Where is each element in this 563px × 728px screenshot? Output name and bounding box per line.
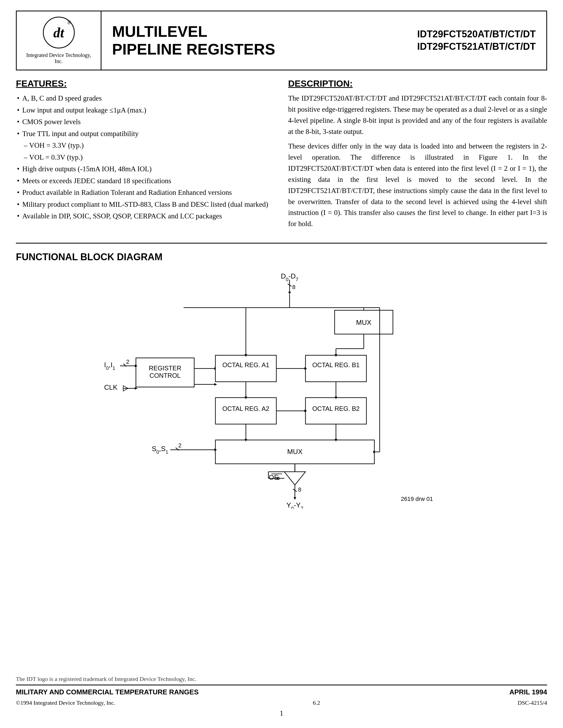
list-item: Military product compliant to MIL-STD-88…	[16, 199, 275, 210]
i-bus-label: 2	[126, 358, 129, 365]
footer-temp-range: MILITARY AND COMMERCIAL TEMPERATURE RANG…	[16, 688, 198, 696]
features-list: A, B, C and D speed grades Low input and…	[16, 93, 275, 222]
block-diagram-svg: D0-D7 8 MUX REGISTER CONTROL	[83, 271, 480, 509]
svg-marker-42	[284, 472, 306, 485]
i-input-label: I0,I1	[104, 361, 115, 371]
description-title: DESCRIPTION:	[288, 78, 547, 89]
mux-top-label: MUX	[356, 318, 372, 326]
footer-bottom: ©1994 Integrated Device Technology, Inc.…	[16, 699, 547, 706]
footer-page-center: 6.2	[313, 699, 320, 706]
footer-dsc: DSC-4215/4	[518, 699, 547, 706]
footer-bar: MILITARY AND COMMERCIAL TEMPERATURE RANG…	[16, 685, 547, 698]
list-item: Product available in Radiation Tolerant …	[16, 187, 275, 198]
diagram-container: D0-D7 8 MUX REGISTER CONTROL	[16, 271, 547, 509]
list-item: True TTL input and output compatibility	[16, 128, 275, 139]
header-part-numbers: IDT29FCT520AT/BT/CT/DT IDT29FCT521AT/BT/…	[407, 11, 546, 70]
list-item: A, B, C and D speed grades	[16, 93, 275, 104]
description-para-1: The IDT29FCT520AT/BT/CT/DT and IDT29FCT5…	[288, 93, 547, 137]
reg-b2-label: OCTAL REG. B2	[312, 405, 360, 412]
reg-a1-box	[215, 355, 276, 382]
features-column: FEATURES: A, B, C and D speed grades Low…	[16, 78, 275, 230]
header: ® dt Integrated Device Technology, Inc. …	[16, 11, 547, 70]
product-title: MULTILEVEL PIPELINE REGISTERS	[112, 23, 396, 58]
list-item: High drive outputs (-15mA IOH, 48mA IOL)	[16, 164, 275, 174]
svg-marker-10	[135, 387, 137, 390]
features-title: FEATURES:	[16, 78, 275, 89]
description-column: DESCRIPTION: The IDT29FCT520AT/BT/CT/DT …	[288, 78, 547, 230]
part-number-1: IDT29FCT520AT/BT/CT/DT	[417, 28, 536, 41]
reg-b1-label: OCTAL REG. B1	[312, 361, 360, 369]
footer-trademark: The IDT logo is a registered trademark o…	[16, 676, 547, 682]
svg-marker-15	[214, 383, 217, 386]
block-diagram-title: FUNCTIONAL BLOCK DIAGRAM	[16, 251, 547, 263]
y-output-label: Y0-Y7	[287, 501, 303, 509]
bus-width-8-bottom: 8	[298, 486, 301, 493]
list-item: Available in DIP, SOIC, SSOP, QSOP, CERP…	[16, 211, 275, 222]
mux-bottom-label: MUX	[287, 448, 303, 456]
registered-mark: ®	[67, 20, 71, 26]
svg-marker-2	[288, 292, 291, 294]
footer-date: APRIL 1994	[509, 688, 547, 696]
drawing-ref: 2619 drw 01	[401, 496, 433, 502]
logo-company-text: Integrated Device Technology, Inc.	[22, 52, 95, 64]
section-divider	[16, 243, 547, 244]
logo-dt-text: dt	[53, 25, 64, 41]
list-item: Meets or exceeds JEDEC standard 18 speci…	[16, 176, 275, 186]
list-sub-item: VOH = 3.3V (typ.)	[16, 140, 275, 151]
svg-marker-52	[294, 497, 296, 500]
footer-copyright: ©1994 Integrated Device Technology, Inc.	[16, 699, 115, 706]
s-input-label: S0,S1	[152, 445, 168, 455]
part-number-2: IDT29FCT521AT/BT/CT/DT	[417, 41, 536, 53]
clk-label: CLK	[104, 383, 118, 391]
register-control-label1: REGISTER	[149, 365, 181, 372]
description-text: The IDT29FCT520AT/BT/CT/DT and IDT29FCT5…	[288, 93, 547, 230]
oe-label: OE	[268, 473, 279, 481]
list-sub-item: VOL = 0.3V (typ.)	[16, 152, 275, 163]
description-para-2: These devices differ only in the way dat…	[288, 141, 547, 230]
logo-section: ® dt Integrated Device Technology, Inc.	[17, 11, 101, 70]
block-diagram-section: FUNCTIONAL BLOCK DIAGRAM D0-D7 8 MUX	[16, 251, 547, 665]
reg-a1-label1: OCTAL REG. A1	[222, 361, 269, 369]
reg-b1-box	[306, 355, 367, 382]
features-description-row: FEATURES: A, B, C and D speed grades Low…	[16, 78, 547, 230]
page-number: 1	[16, 709, 547, 717]
bus-width-8-top: 8	[292, 284, 296, 290]
list-item: CMOS power levels	[16, 116, 275, 127]
page: ® dt Integrated Device Technology, Inc. …	[0, 0, 563, 728]
register-control-label2: CONTROL	[149, 372, 180, 379]
logo-circle: ® dt	[43, 17, 75, 48]
reg-a2-label: OCTAL REG. A2	[222, 405, 269, 412]
header-title-section: MULTILEVEL PIPELINE REGISTERS	[101, 11, 407, 70]
list-item: Low input and output leakage ≤1μA (max.)	[16, 105, 275, 116]
s-bus-label: 2	[178, 442, 181, 449]
